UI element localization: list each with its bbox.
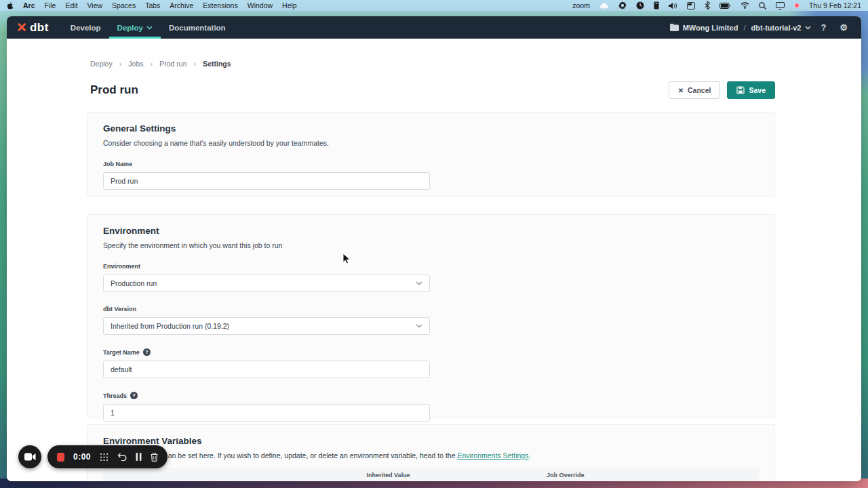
column-inherited-value: Inherited Value: [300, 472, 477, 479]
threads-input[interactable]: [103, 404, 430, 422]
menubar-tabs[interactable]: Tabs: [145, 1, 160, 9]
nav-item-develop[interactable]: Develop: [62, 16, 109, 39]
threads-help-icon[interactable]: ?: [130, 392, 138, 399]
display-icon[interactable]: [776, 2, 785, 9]
breadcrumb-separator: ›: [194, 60, 197, 68]
environment-variables-description: Job level overrides can be set here. If …: [103, 451, 759, 460]
column-job-override: Job Override: [477, 472, 654, 479]
chevron-down-icon: [146, 26, 153, 30]
stop-recording-button[interactable]: [57, 453, 64, 462]
gear-icon[interactable]: ⚙: [835, 22, 852, 33]
page-title: Prod run: [90, 83, 138, 97]
nav-items: Develop Deploy Documentation: [62, 16, 234, 39]
drag-handle-icon[interactable]: [100, 453, 108, 462]
battery-icon[interactable]: [719, 3, 731, 9]
chevron-down-icon: [416, 281, 422, 285]
video-camera-icon: [24, 453, 36, 461]
chevron-down-icon: [416, 324, 422, 328]
target-name-input[interactable]: [103, 361, 430, 378]
menubar-archive[interactable]: Archive: [170, 1, 193, 9]
menubar-clock[interactable]: Thu 9 Feb 12:21: [809, 1, 861, 9]
menubar-file[interactable]: File: [45, 1, 56, 9]
account-separator: /: [742, 24, 747, 32]
environment-select-label: Environment: [103, 263, 759, 270]
nav-item-documentation[interactable]: Documentation: [161, 16, 234, 39]
save-disk-icon: [736, 86, 745, 94]
menubar-extensions[interactable]: Extensions: [203, 1, 237, 9]
spotlight-search-icon[interactable]: [759, 2, 766, 9]
environments-settings-link[interactable]: Environments Settings: [457, 451, 528, 460]
save-button[interactable]: Save: [727, 81, 775, 99]
apple-menu-icon[interactable]: [7, 2, 14, 9]
general-settings-title: General Settings: [103, 123, 759, 134]
dbt-version-label: dbt Version: [103, 306, 759, 312]
folder-icon: [670, 24, 679, 31]
help-icon[interactable]: ?: [816, 22, 830, 33]
job-name-input[interactable]: [103, 172, 430, 190]
dbt-logo-icon: ✕: [16, 21, 27, 34]
general-settings-card: General Settings Consider choosing a nam…: [87, 112, 775, 197]
volume-icon[interactable]: [669, 2, 677, 9]
job-name-label: Job Name: [103, 161, 759, 167]
general-settings-subtitle: Consider choosing a name that's easily u…: [103, 139, 759, 147]
breadcrumb-settings: Settings: [203, 60, 231, 68]
nav-item-deploy[interactable]: Deploy: [109, 16, 161, 39]
breadcrumb-separator: ›: [151, 60, 153, 68]
threads-label: Threads: [103, 392, 127, 399]
app-status-icon[interactable]: [654, 1, 659, 9]
account-name: MWong Limited: [683, 24, 738, 32]
recording-indicator-icon[interactable]: [794, 3, 800, 8]
settings-gear-icon[interactable]: [618, 1, 627, 9]
environment-subtitle: Specify the environment in which you wan…: [103, 241, 759, 249]
menubar-help[interactable]: Help: [282, 1, 297, 9]
restart-recording-icon[interactable]: [117, 453, 127, 461]
menubar-view[interactable]: View: [87, 1, 103, 9]
menubar-app-name[interactable]: Arc: [23, 1, 35, 9]
breadcrumb-jobs[interactable]: Jobs: [128, 60, 143, 68]
camera-toggle-button[interactable]: [18, 445, 41, 468]
environment-variables-card: Environment Variables Job level override…: [87, 424, 775, 481]
chevron-down-icon: [805, 26, 811, 30]
main-content: Deploy › Jobs › Prod run › Settings Prod…: [7, 39, 861, 481]
clock-icon[interactable]: [636, 1, 644, 9]
breadcrumb-deploy[interactable]: Deploy: [90, 60, 113, 68]
zoom-menu-item[interactable]: zoom: [572, 1, 590, 9]
environment-select[interactable]: Production run: [103, 274, 430, 292]
menubar-spaces[interactable]: Spaces: [112, 1, 136, 9]
menubar-edit[interactable]: Edit: [65, 1, 77, 9]
cancel-button[interactable]: ✕ Cancel: [669, 81, 721, 99]
env-vars-table-header: Inherited Value Job Override: [103, 468, 759, 481]
environment-variables-title: Environment Variables: [103, 436, 759, 446]
breadcrumb-separator: ›: [119, 60, 122, 68]
desktop: Arc File Edit View Spaces Tabs Archive E…: [0, 0, 868, 488]
account-project-switcher[interactable]: MWong Limited / dbt-tutorial-v2: [670, 24, 812, 32]
dbt-top-nav: ✕ dbt Develop Deploy Documentation MWon: [7, 16, 861, 39]
project-name: dbt-tutorial-v2: [751, 24, 801, 32]
breadcrumb: Deploy › Jobs › Prod run › Settings: [90, 60, 775, 68]
target-name-help-icon[interactable]: ?: [143, 348, 151, 356]
menubar-window[interactable]: Window: [248, 1, 273, 9]
cloud-icon[interactable]: [599, 3, 609, 9]
dbt-version-select[interactable]: Inherited from Production run (0.19.2): [103, 317, 430, 335]
target-name-label: Target Name: [103, 349, 140, 356]
window-switcher-icon[interactable]: [687, 2, 695, 9]
dbt-logo-text: dbt: [30, 21, 49, 35]
recording-toolbar: 0:00: [47, 445, 167, 468]
environment-card: Environment Specify the environment in w…: [87, 214, 775, 418]
environment-title: Environment: [103, 226, 759, 236]
breadcrumb-prod-run[interactable]: Prod run: [159, 60, 186, 68]
pause-recording-icon[interactable]: [136, 453, 142, 461]
wifi-icon[interactable]: [741, 2, 749, 9]
dbt-logo[interactable]: ✕ dbt: [16, 21, 49, 35]
bluetooth-icon[interactable]: [705, 1, 710, 9]
delete-recording-icon[interactable]: [151, 453, 158, 462]
recording-timer: 0:00: [73, 452, 91, 462]
macos-menubar: Arc File Edit View Spaces Tabs Archive E…: [0, 0, 868, 11]
close-icon: ✕: [678, 87, 684, 94]
browser-window: ✕ dbt Develop Deploy Documentation MWon: [7, 16, 861, 481]
